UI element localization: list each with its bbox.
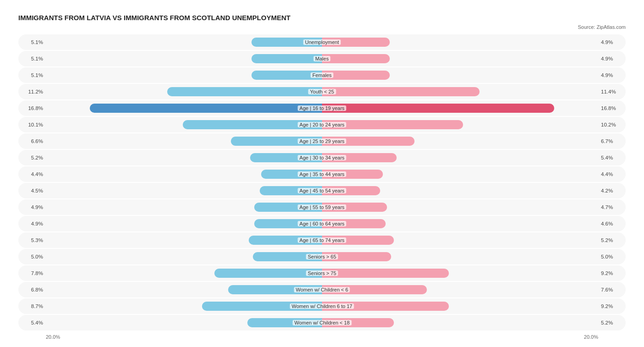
left-bar-container xyxy=(46,168,322,181)
bars-area: Age | 35 to 44 years xyxy=(46,168,598,181)
bar-blue xyxy=(90,104,322,113)
bar-label: Age | 16 to 19 years xyxy=(298,105,346,111)
chart-row: 4.4% Age | 35 to 44 years 4.4% xyxy=(18,166,626,182)
bars-area: Age | 30 to 34 years xyxy=(46,151,598,164)
left-bar-container xyxy=(46,102,322,115)
right-value: 10.2% xyxy=(598,122,626,127)
right-bar-container xyxy=(322,118,598,131)
bar-label: Age | 20 to 24 years xyxy=(298,122,346,127)
left-value: 4.5% xyxy=(18,188,46,193)
bar-label: Youth < 25 xyxy=(308,89,336,94)
left-bar-container xyxy=(46,69,322,82)
bars-area: Age | 55 to 59 years xyxy=(46,201,598,214)
right-value: 5.4% xyxy=(598,155,626,160)
right-bar-container xyxy=(322,102,598,115)
bar-blue xyxy=(167,87,322,96)
right-bar-container xyxy=(322,36,598,49)
left-bar-container xyxy=(46,283,322,296)
right-bar-container xyxy=(322,168,598,181)
left-value: 5.1% xyxy=(18,72,46,78)
chart-row: 4.5% Age | 45 to 54 years 4.2% xyxy=(18,183,626,198)
bar-label: Women w/ Children < 6 xyxy=(294,287,350,292)
right-bar-container xyxy=(322,201,598,214)
bars-area: Age | 20 to 24 years xyxy=(46,118,598,131)
chart-row: 5.4% Women w/ Children < 18 5.2% xyxy=(18,315,626,330)
left-value: 10.1% xyxy=(18,122,46,127)
chart-row: 6.6% Age | 25 to 29 years 6.7% xyxy=(18,133,626,149)
bars-area: Age | 65 to 74 years xyxy=(46,234,598,247)
right-value: 4.9% xyxy=(598,72,626,78)
left-bar-container xyxy=(46,267,322,280)
left-value: 7.8% xyxy=(18,270,46,276)
left-bar-container xyxy=(46,300,322,313)
left-value: 5.0% xyxy=(18,254,46,259)
left-bar-container xyxy=(46,52,322,65)
left-bar-container xyxy=(46,316,322,329)
right-bar-container xyxy=(322,283,598,296)
chart-row: 5.1% Females 4.9% xyxy=(18,67,626,83)
bar-label: Age | 30 to 34 years xyxy=(298,155,346,160)
bar-chart: 5.1% Unemployment 4.9% 5.1% Males 4.9% 5… xyxy=(18,34,626,330)
left-value: 4.9% xyxy=(18,204,46,210)
left-value: 6.6% xyxy=(18,138,46,144)
bar-label: Unemployment xyxy=(303,39,341,45)
left-bar-container xyxy=(46,36,322,49)
right-value: 4.9% xyxy=(598,56,626,61)
bars-area: Women w/ Children < 18 xyxy=(46,316,598,329)
right-value: 4.2% xyxy=(598,188,626,193)
bars-area: Males xyxy=(46,52,598,65)
left-value: 5.4% xyxy=(18,320,46,325)
right-bar-container xyxy=(322,52,598,65)
right-value: 6.7% xyxy=(598,138,626,144)
left-value: 4.9% xyxy=(18,221,46,226)
chart-row: 16.8% Age | 16 to 19 years 16.8% xyxy=(18,100,626,116)
right-value: 5.2% xyxy=(598,320,626,325)
left-value: 5.1% xyxy=(18,56,46,61)
bar-label: Seniors > 75 xyxy=(306,270,338,276)
left-value: 8.7% xyxy=(18,303,46,309)
left-value: 11.2% xyxy=(18,89,46,94)
axis-labels: 20.0% 20.0% xyxy=(18,332,626,341)
bar-blue xyxy=(251,54,322,63)
chart-row: 11.2% Youth < 25 11.4% xyxy=(18,84,626,99)
right-value: 4.4% xyxy=(598,171,626,177)
bar-label: Age | 65 to 74 years xyxy=(298,237,346,243)
left-bar-container xyxy=(46,217,322,230)
left-bar-container xyxy=(46,184,322,197)
right-value: 11.4% xyxy=(598,89,626,94)
bars-area: Women w/ Children 6 to 17 xyxy=(46,300,598,313)
bar-label: Women w/ Children 6 to 17 xyxy=(290,303,354,309)
bar-label: Females xyxy=(311,72,333,78)
right-bar-container xyxy=(322,234,598,247)
source-label: Source: ZipAtlas.com xyxy=(18,24,626,30)
bar-label: Age | 45 to 54 years xyxy=(298,188,346,193)
right-value: 4.9% xyxy=(598,39,626,45)
left-bar-container xyxy=(46,201,322,214)
right-bar-container xyxy=(322,135,598,148)
right-bar-container xyxy=(322,250,598,263)
left-bar-container xyxy=(46,135,322,148)
chart-row: 5.1% Males 4.9% xyxy=(18,51,626,66)
chart-row: 7.8% Seniors > 75 9.2% xyxy=(18,265,626,281)
right-bar-container xyxy=(322,151,598,164)
left-value: 6.8% xyxy=(18,287,46,292)
left-bar-container xyxy=(46,250,322,263)
bars-area: Females xyxy=(46,69,598,82)
bars-area: Age | 16 to 19 years xyxy=(46,102,598,115)
right-bar-container xyxy=(322,316,598,329)
bars-area: Women w/ Children < 6 xyxy=(46,283,598,296)
bar-label: Women w/ Children < 18 xyxy=(293,320,352,325)
right-bar-container xyxy=(322,184,598,197)
axis-left: 20.0% xyxy=(46,334,60,340)
chart-row: 10.1% Age | 20 to 24 years 10.2% xyxy=(18,117,626,132)
right-value: 16.8% xyxy=(598,105,626,111)
axis-right: 20.0% xyxy=(584,334,598,340)
chart-row: 5.2% Age | 30 to 34 years 5.4% xyxy=(18,150,626,165)
right-bar-container xyxy=(322,300,598,313)
chart-container: IMMIGRANTS FROM LATVIA VS IMMIGRANTS FRO… xyxy=(9,9,635,347)
right-bar-container xyxy=(322,69,598,82)
chart-row: 4.9% Age | 60 to 64 years 4.6% xyxy=(18,216,626,231)
left-bar-container xyxy=(46,151,322,164)
right-value: 4.6% xyxy=(598,221,626,226)
left-bar-container xyxy=(46,85,322,98)
